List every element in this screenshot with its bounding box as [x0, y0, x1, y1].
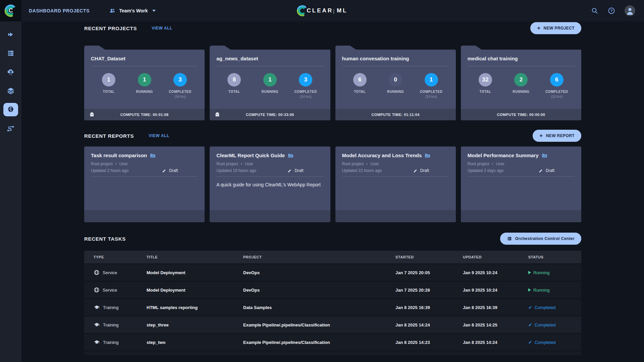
clearml-logo-icon: C [4, 4, 17, 17]
completed-icon: ✓ [528, 322, 532, 327]
sidebar-item-workers-queues[interactable] [3, 47, 18, 60]
sidebar-item-pipelines[interactable] [3, 122, 18, 135]
pencil-icon [539, 169, 543, 173]
recent-tasks-heading: RECENT TASKS [84, 236, 126, 242]
report-card[interactable]: Model Performance Summary Root projectUs… [461, 146, 581, 222]
pencil-icon [413, 169, 418, 173]
report-card-footer [84, 210, 205, 222]
project-card[interactable]: medical chat training 32 TOTAL 2 RUNNING… [461, 46, 581, 120]
projects-view-all-link[interactable]: VIEW ALL [152, 26, 172, 31]
brand-logo: CLEAR | ML [296, 0, 347, 21]
table-row[interactable]: Service Model Deployment DevOps Jan 7 20… [84, 282, 581, 299]
table-row[interactable]: Training HTML samples reporting Data Sam… [84, 299, 581, 316]
report-card-footer [335, 210, 456, 222]
project-name: ag_news_dataset [216, 56, 323, 61]
report-updated: Updated 2 days ago [468, 168, 503, 173]
status-badge: ✓ Completed [528, 322, 581, 327]
double-chevron-right-icon [7, 31, 15, 39]
compute-time: COMPUTE TIME: 00:00:00 [461, 113, 581, 117]
new-report-button[interactable]: + NEW REPORT [533, 130, 581, 142]
report-folder-icon [425, 153, 430, 158]
sidebar-item-getting-started[interactable] [3, 28, 18, 41]
table-row[interactable]: Training step_three Example Pipeline/.pi… [84, 316, 581, 334]
plus-icon: + [539, 133, 543, 138]
recent-projects-heading: RECENT PROJECTS [84, 25, 137, 31]
orchestration-icon [507, 236, 512, 241]
project-card[interactable]: ag_news_dataset 8 TOTAL 1 RUNNING 3 COMP… [210, 46, 330, 120]
sidebar-item-autoscalers[interactable] [3, 65, 18, 79]
report-description: A quick guide for using ClearML's WebApp… [216, 182, 323, 187]
stat-total: 1 TOTAL [94, 73, 123, 99]
main-content: RECENT PROJECTS VIEW ALL + NEW PROJECT C… [21, 21, 644, 355]
report-title: Model Accuracy and Loss Trends [342, 153, 422, 158]
report-card[interactable]: ClearML Report Quick Guide Root projectU… [210, 146, 330, 222]
completed-icon: ✓ [528, 305, 532, 310]
report-folder-icon [542, 153, 547, 158]
stat-completed: 3 COMPLETED (24 hrs) [291, 73, 320, 99]
report-card[interactable]: Task result comparison Root projectUser … [84, 146, 205, 222]
report-card[interactable]: Model Accuracy and Loss Trends Root proj… [335, 146, 456, 222]
workspace-selector[interactable]: Team's Work [109, 7, 156, 14]
app-logo[interactable]: C [0, 0, 21, 21]
cloud-autoscaler-icon [6, 68, 15, 76]
stat-total: 32 TOTAL [471, 73, 500, 99]
page-title: DASHBOARD PROJECTS [29, 8, 90, 13]
orchestration-control-center-button[interactable]: Orchestration Control Center [500, 233, 581, 245]
report-folder-icon [150, 153, 156, 158]
brand-text-left: CLEAR [307, 7, 333, 14]
globe-service-icon [94, 287, 100, 293]
table-header: TYPE TITLE PROJECT STARTED UPDATED STATU… [84, 251, 581, 264]
avatar [625, 5, 635, 16]
project-name: CHAT_Dataset [91, 56, 198, 61]
recent-tasks-table: TYPE TITLE PROJECT STARTED UPDATED STATU… [84, 251, 581, 355]
project-card[interactable]: CHAT_Dataset 1 TOTAL 1 RUNNING 3 COMPLET… [84, 46, 205, 120]
stat-running: 1 RUNNING [130, 73, 159, 99]
draft-badge: Draft [413, 168, 429, 173]
project-name: medical chat training [468, 56, 575, 61]
profile-button[interactable] [625, 5, 635, 16]
compute-time: COMPUTE TIME: 00:33:06 [210, 113, 330, 117]
sidebar-item-projects[interactable] [3, 103, 18, 116]
report-updated: Updated 19 hours ago [216, 168, 256, 173]
reports-view-all-link[interactable]: VIEW ALL [149, 133, 169, 138]
stat-running: 1 RUNNING [256, 73, 284, 99]
report-meta: Root projectUser [468, 162, 575, 166]
compute-time: COMPUTE TIME: 00:01:08 [84, 113, 205, 117]
graduation-cap-icon [94, 304, 100, 311]
status-badge: Running [528, 270, 581, 275]
search-button[interactable] [591, 7, 598, 14]
sidebar-item-datasets[interactable] [3, 84, 18, 98]
report-meta: Root projectUser [91, 162, 198, 166]
workspace-name: Team's Work [119, 8, 148, 13]
report-meta: Root projectUser [216, 162, 323, 166]
stat-running: 0 RUNNING [381, 73, 410, 99]
status-badge: Running [528, 288, 581, 293]
running-icon [528, 288, 531, 292]
report-title: ClearML Report Quick Guide [216, 153, 285, 158]
report-title: Task result comparison [91, 153, 147, 158]
draft-badge: Draft [539, 168, 554, 173]
folder-tab [210, 46, 230, 50]
stat-total: 6 TOTAL [345, 73, 374, 99]
chevron-down-icon [152, 10, 156, 12]
project-name: human convesation training [342, 56, 449, 61]
project-card[interactable]: human convesation training 6 TOTAL 0 RUN… [335, 46, 456, 120]
top-bar: C DASHBOARD PROJECTS Team's Work CLEAR |… [0, 0, 644, 21]
report-title: Model Performance Summary [468, 153, 539, 158]
table-row-partial [84, 351, 581, 355]
recent-reports-heading: RECENT REPORTS [84, 133, 134, 139]
logo-letter: C [4, 4, 17, 17]
report-card-footer [461, 210, 581, 222]
status-badge: ✓ Completed [528, 305, 581, 310]
table-row[interactable]: Training step_two Example Pipeline/.pipe… [84, 334, 581, 351]
new-project-button[interactable]: + NEW PROJECT [530, 22, 581, 34]
table-row[interactable]: Service Model Deployment DevOps Jan 7 20… [84, 264, 581, 282]
workers-queues-icon [7, 49, 15, 57]
compute-time: COMPUTE TIME: 01:11:04 [335, 113, 456, 117]
completed-icon: ✓ [528, 340, 532, 345]
help-button[interactable]: ? [608, 7, 615, 14]
report-meta: Root projectUser [342, 162, 449, 166]
graduation-cap-icon [94, 339, 100, 346]
running-icon [528, 271, 531, 274]
pencil-icon [287, 169, 292, 173]
